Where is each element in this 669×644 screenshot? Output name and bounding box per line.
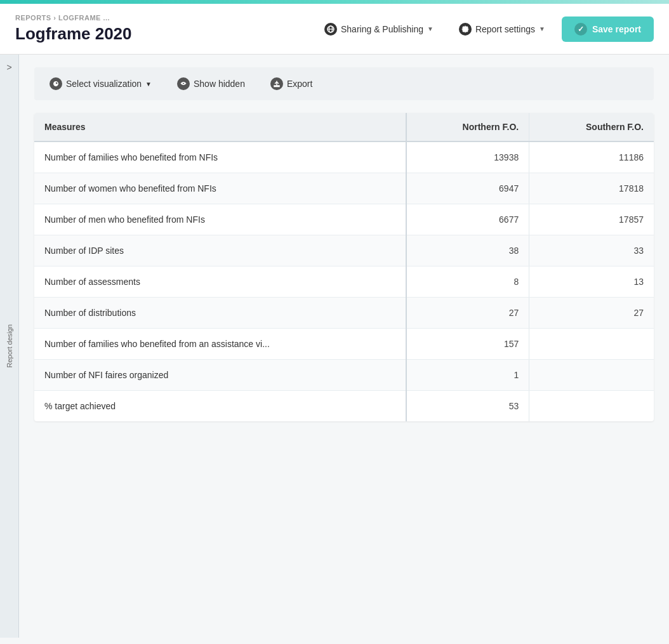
select-visualization-label: Select visualization	[66, 79, 142, 89]
report-settings-label: Report settings	[475, 24, 535, 34]
table-row: Number of families who benefited from an…	[34, 329, 654, 360]
cell-northern: 6947	[406, 173, 529, 204]
breadcrumb-logframe[interactable]: LOGFRAME ...	[58, 14, 110, 22]
globe-icon	[324, 23, 337, 36]
cell-measure: % target achieved	[34, 391, 406, 422]
cell-northern: 53	[406, 391, 529, 422]
save-report-label: Save report	[592, 24, 641, 34]
side-panel: > Report design	[0, 55, 19, 638]
show-hidden-label: Show hidden	[194, 79, 245, 89]
cell-southern: 33	[529, 235, 654, 266]
table-row: Number of families who benefited from NF…	[34, 141, 654, 173]
cell-southern: 13	[529, 266, 654, 298]
table-row: Number of NFI faires organized1	[34, 360, 654, 391]
cell-southern: 17857	[529, 204, 654, 235]
table-row: Number of distributions2727	[34, 298, 654, 329]
cell-measure: Number of assessments	[34, 266, 406, 298]
settings-chevron-icon: ▼	[539, 25, 545, 32]
page-title: Logframe 2020	[15, 24, 132, 44]
main-content: > Report design Select visualization ▼	[0, 55, 669, 638]
sharing-publishing-button[interactable]: Sharing & Publishing ▼	[315, 18, 442, 41]
table-row: Number of IDP sites3833	[34, 235, 654, 266]
cell-southern: 11186	[529, 141, 654, 173]
table-row: Number of assessments813	[34, 266, 654, 298]
cell-measure: Number of distributions	[34, 298, 406, 329]
header: REPORTS › LOGFRAME ... Logframe 2020 Sha…	[0, 4, 669, 55]
toolbar: Select visualization ▼ Show hidden Expor	[34, 67, 654, 100]
col-header-southern: Southern F.O.	[529, 113, 654, 141]
cell-northern: 13938	[406, 141, 529, 173]
cell-northern: 38	[406, 235, 529, 266]
report-area: Select visualization ▼ Show hidden Expor	[19, 55, 669, 638]
report-design-tab[interactable]: Report design	[3, 319, 16, 373]
cell-northern: 6677	[406, 204, 529, 235]
cell-measure: Number of families who benefited from an…	[34, 329, 406, 360]
col-header-measures: Measures	[34, 113, 406, 141]
cell-northern: 157	[406, 329, 529, 360]
cell-measure: Number of families who benefited from NF…	[34, 141, 406, 173]
eye-icon	[177, 77, 190, 90]
save-report-button[interactable]: ✓ Save report	[562, 16, 654, 42]
chart-icon	[50, 77, 62, 90]
check-icon: ✓	[574, 23, 587, 36]
cell-northern: 27	[406, 298, 529, 329]
cell-northern: 1	[406, 360, 529, 391]
export-button[interactable]: Export	[265, 75, 317, 93]
export-label: Export	[287, 79, 312, 89]
select-visualization-button[interactable]: Select visualization ▼	[44, 75, 157, 93]
breadcrumb-separator: ›	[53, 14, 58, 22]
cell-northern: 8	[406, 266, 529, 298]
cell-measure: Number of IDP sites	[34, 235, 406, 266]
export-icon	[270, 77, 283, 90]
table-header-row: Measures Northern F.O. Southern F.O.	[34, 113, 654, 141]
cell-measure: Number of men who benefited from NFIs	[34, 204, 406, 235]
breadcrumb: REPORTS › LOGFRAME ...	[15, 14, 132, 22]
cell-southern	[529, 391, 654, 422]
header-left: REPORTS › LOGFRAME ... Logframe 2020	[15, 14, 132, 44]
table-row: % target achieved53	[34, 391, 654, 422]
sharing-chevron-icon: ▼	[427, 25, 434, 32]
cell-measure: Number of NFI faires organized	[34, 360, 406, 391]
show-hidden-button[interactable]: Show hidden	[172, 75, 250, 93]
cell-southern: 27	[529, 298, 654, 329]
sharing-publishing-label: Sharing & Publishing	[341, 24, 423, 34]
data-table: Measures Northern F.O. Southern F.O. Num…	[34, 113, 654, 421]
report-settings-button[interactable]: Report settings ▼	[450, 18, 554, 41]
cell-southern	[529, 329, 654, 360]
header-actions: Sharing & Publishing ▼ Report settings ▼…	[315, 16, 654, 42]
cell-measure: Number of women who benefited from NFIs	[34, 173, 406, 204]
col-header-northern: Northern F.O.	[406, 113, 529, 141]
cell-southern: 17818	[529, 173, 654, 204]
table-row: Number of men who benefited from NFIs667…	[34, 204, 654, 235]
breadcrumb-reports[interactable]: REPORTS	[15, 14, 51, 22]
side-panel-arrow[interactable]: >	[6, 62, 11, 72]
table-row: Number of women who benefited from NFIs6…	[34, 173, 654, 204]
cell-southern	[529, 360, 654, 391]
gear-icon	[459, 23, 472, 36]
visualization-chevron-icon: ▼	[145, 81, 152, 88]
